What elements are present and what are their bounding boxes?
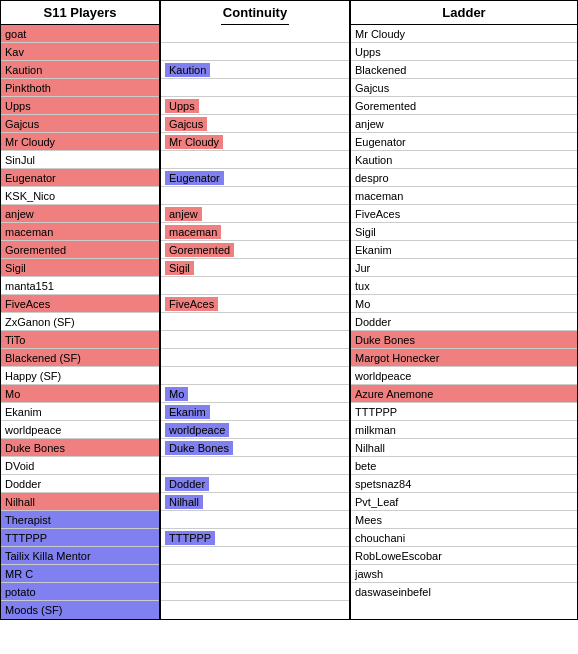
list-item [161, 349, 349, 367]
s11-column: S11 Players goatKavKautionPinkthothUppsG… [0, 0, 160, 620]
list-item: Goremented [351, 97, 577, 115]
list-item: Mr Cloudy [161, 133, 349, 151]
list-item: FiveAces [161, 295, 349, 313]
list-item: TTTPPP [161, 529, 349, 547]
list-item: DVoid [1, 457, 159, 475]
list-item [161, 151, 349, 169]
list-item: Eugenator [161, 169, 349, 187]
list-item: jawsh [351, 565, 577, 583]
list-item: Eugenator [1, 169, 159, 187]
list-item [161, 331, 349, 349]
list-item: Azure Anemone [351, 385, 577, 403]
list-item: worldpeace [161, 421, 349, 439]
list-item: worldpeace [1, 421, 159, 439]
list-item: anjew [161, 205, 349, 223]
list-item: anjew [351, 115, 577, 133]
list-item: TTTPPP [1, 529, 159, 547]
list-item: maceman [161, 223, 349, 241]
list-item: FiveAces [351, 205, 577, 223]
list-item: Margot Honecker [351, 349, 577, 367]
list-item: Blackened (SF) [1, 349, 159, 367]
list-item: bete [351, 457, 577, 475]
list-item: Kav [1, 43, 159, 61]
list-item: Kaution [161, 61, 349, 79]
list-item: Duke Bones [351, 331, 577, 349]
list-item: Pinkthoth [1, 79, 159, 97]
list-item: potato [1, 583, 159, 601]
list-item: Mo [1, 385, 159, 403]
list-item: TiTo [1, 331, 159, 349]
list-item: maceman [351, 187, 577, 205]
list-item: SinJul [1, 151, 159, 169]
main-container: S11 Players goatKavKautionPinkthothUppsG… [0, 0, 578, 620]
list-item: Sigil [161, 259, 349, 277]
list-item [161, 457, 349, 475]
list-item: MR C [1, 565, 159, 583]
list-item: TTTPPP [351, 403, 577, 421]
list-item [161, 565, 349, 583]
list-item: anjew [1, 205, 159, 223]
list-item: Nilhall [351, 439, 577, 457]
list-item: Mo [161, 385, 349, 403]
list-item: Gajcus [351, 79, 577, 97]
list-item: Goremented [1, 241, 159, 259]
list-item: Gajcus [1, 115, 159, 133]
list-item: Dodder [161, 475, 349, 493]
list-item: Duke Bones [161, 439, 349, 457]
list-item: despro [351, 169, 577, 187]
list-item [161, 367, 349, 385]
list-item [161, 547, 349, 565]
list-item: Kaution [351, 151, 577, 169]
continuity-header: Continuity [221, 1, 289, 25]
list-item [161, 601, 349, 619]
list-item: chouchani [351, 529, 577, 547]
list-item: Ekanim [1, 403, 159, 421]
list-item: Nilhall [1, 493, 159, 511]
ladder-header: Ladder [351, 1, 577, 25]
list-item [161, 25, 349, 43]
list-item: Mr Cloudy [1, 133, 159, 151]
list-item: Duke Bones [1, 439, 159, 457]
continuity-column: Continuity KautionUppsGajcusMr CloudyEug… [160, 0, 350, 620]
list-item: milkman [351, 421, 577, 439]
list-item: Jur [351, 259, 577, 277]
list-item: Upps [351, 43, 577, 61]
list-item: Goremented [161, 241, 349, 259]
list-item: tux [351, 277, 577, 295]
list-item: KSK_Nico [1, 187, 159, 205]
list-item [161, 43, 349, 61]
list-item: worldpeace [351, 367, 577, 385]
list-item: FiveAces [1, 295, 159, 313]
ladder-column: Ladder Mr CloudyUppsBlackenedGajcusGorem… [350, 0, 578, 620]
list-item: RobLoweEscobar [351, 547, 577, 565]
list-item: Mo [351, 295, 577, 313]
list-item: Sigil [1, 259, 159, 277]
list-item: Dodder [1, 475, 159, 493]
list-item [161, 511, 349, 529]
list-item: Upps [161, 97, 349, 115]
list-item: Ekanim [351, 241, 577, 259]
list-item: Pvt_Leaf [351, 493, 577, 511]
list-item: Kaution [1, 61, 159, 79]
s11-header: S11 Players [1, 1, 159, 25]
list-item: Tailix Killa Mentor [1, 547, 159, 565]
list-item: Happy (SF) [1, 367, 159, 385]
list-item [161, 187, 349, 205]
list-item: Eugenator [351, 133, 577, 151]
list-item: Moods (SF) [1, 601, 159, 619]
list-item: Therapist [1, 511, 159, 529]
continuity-list: KautionUppsGajcusMr CloudyEugenatoranjew… [161, 25, 349, 619]
list-item: Gajcus [161, 115, 349, 133]
s11-list: goatKavKautionPinkthothUppsGajcusMr Clou… [1, 25, 159, 619]
list-item: Dodder [351, 313, 577, 331]
list-item: manta151 [1, 277, 159, 295]
list-item: daswaseinbefel [351, 583, 577, 601]
list-item: Mr Cloudy [351, 25, 577, 43]
list-item: maceman [1, 223, 159, 241]
list-item: Blackened [351, 61, 577, 79]
list-item [161, 79, 349, 97]
list-item: Nilhall [161, 493, 349, 511]
list-item: spetsnaz84 [351, 475, 577, 493]
list-item [161, 583, 349, 601]
list-item: Sigil [351, 223, 577, 241]
